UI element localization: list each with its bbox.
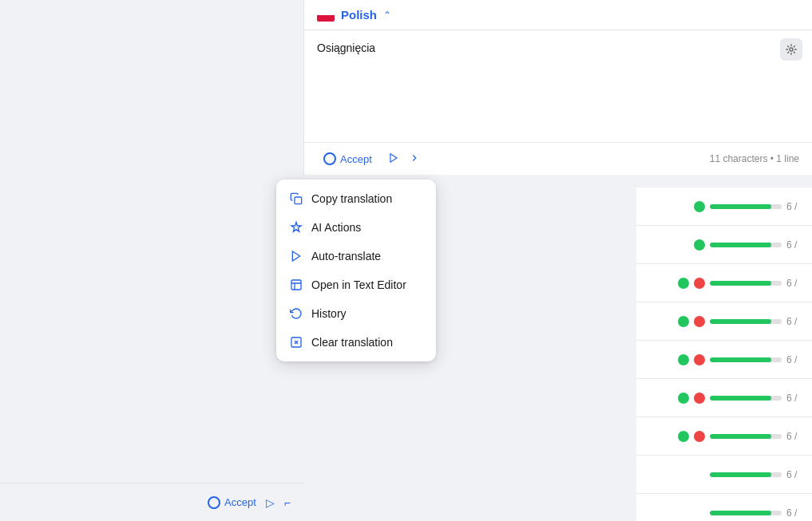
translation-panel: Polish ⌃ Osiągnięcia Accept — [303, 0, 812, 175]
progress-bar — [710, 281, 782, 286]
clear-translation-label: Clear translation — [311, 336, 393, 349]
svg-marker-3 — [292, 251, 299, 261]
auto-translate-icon — [289, 249, 303, 263]
progress-bar — [710, 472, 782, 477]
progress-bar-fill — [710, 319, 771, 324]
progress-bar-fill — [710, 243, 771, 247]
copy-to-clipboard-button[interactable] — [780, 38, 802, 61]
accept-label-left: Accept — [224, 496, 256, 508]
status-dot — [678, 393, 689, 404]
accept-circle — [323, 152, 336, 165]
status-dot — [694, 354, 705, 365]
svg-rect-2 — [295, 197, 302, 204]
language-chevron-icon[interactable]: ⌃ — [383, 10, 391, 21]
status-dot — [694, 393, 705, 404]
status-dot — [678, 431, 689, 442]
menu-item-auto-translate[interactable]: Auto-translate — [276, 242, 436, 270]
context-menu: Copy translation AI Actions Auto-transla… — [276, 180, 436, 361]
progress-bar — [710, 357, 782, 362]
table-row[interactable]: 6 / — [636, 341, 812, 379]
language-name[interactable]: Polish — [341, 8, 377, 22]
progress-bar — [710, 396, 782, 401]
progress-bar — [710, 319, 782, 324]
play-icon-left[interactable]: ▷ — [266, 496, 275, 509]
history-icon — [289, 306, 303, 321]
status-dot — [694, 201, 705, 212]
translation-footer: Accept 11 characters • 1 line — [304, 142, 812, 175]
translation-text: Osiągnięcia — [317, 40, 780, 57]
main-area: Accept ▷ ⌐ Polish ⌃ Osiągnięcia — [0, 0, 812, 521]
flag-bottom — [317, 15, 335, 22]
left-bottom-bar: Accept ▷ ⌐ — [0, 483, 303, 521]
table-row[interactable]: 6 / — [636, 302, 812, 341]
menu-item-ai-actions[interactable]: AI Actions — [276, 213, 436, 242]
progress-bar — [710, 434, 782, 439]
count-label: 6 / — [786, 469, 806, 480]
table-row[interactable]: 6 / — [636, 379, 812, 417]
progress-bar-fill — [710, 357, 771, 362]
status-dot — [678, 354, 689, 365]
count-label: 6 / — [786, 316, 806, 327]
count-label: 6 / — [786, 507, 806, 519]
progress-bar-fill — [710, 281, 771, 286]
accept-button[interactable]: Accept — [317, 149, 378, 168]
history-label: History — [311, 307, 347, 320]
menu-item-copy-translation[interactable]: Copy translation — [276, 184, 436, 213]
progress-bar-fill — [710, 434, 771, 439]
accept-button-left[interactable]: Accept — [208, 496, 256, 509]
footer-left: Accept — [317, 149, 420, 168]
play-icon[interactable] — [388, 152, 399, 166]
status-dot — [678, 316, 689, 327]
rows-container: 6 / 6 / 6 / 6 / 6 / 6 / 6 / 6 / — [636, 187, 812, 521]
menu-icon-left[interactable]: ⌐ — [284, 496, 291, 509]
menu-item-clear-translation[interactable]: Clear translation — [276, 328, 436, 357]
status-dot — [694, 431, 705, 442]
status-dot — [678, 278, 689, 289]
svg-rect-4 — [291, 280, 301, 290]
progress-bar-fill — [710, 396, 771, 401]
table-row[interactable]: 6 / — [636, 187, 812, 226]
table-row[interactable]: 6 / — [636, 456, 812, 494]
accept-circle-left — [208, 496, 220, 509]
auto-translate-label: Auto-translate — [311, 250, 381, 262]
options-icon[interactable] — [409, 152, 420, 166]
translation-text-area[interactable]: Osiągnięcia — [304, 30, 812, 142]
ai-actions-label: AI Actions — [311, 221, 361, 234]
clear-translation-icon — [289, 335, 303, 349]
ai-actions-icon — [289, 220, 303, 235]
accept-label: Accept — [340, 153, 372, 165]
table-row[interactable]: 6 / — [636, 494, 812, 521]
count-label: 6 / — [786, 354, 806, 365]
svg-marker-1 — [390, 153, 397, 162]
count-label: 6 / — [786, 278, 806, 289]
status-dot — [694, 278, 705, 289]
copy-translation-label: Copy translation — [311, 192, 392, 205]
progress-bar-fill — [710, 204, 771, 209]
count-label: 6 / — [786, 431, 806, 442]
progress-bar — [710, 511, 782, 515]
flag-top — [317, 9, 335, 15]
count-label: 6 / — [786, 239, 806, 251]
menu-item-open-text-editor[interactable]: Open in Text Editor — [276, 270, 436, 299]
progress-bar — [710, 204, 782, 209]
menu-item-history[interactable]: History — [276, 299, 436, 328]
count-label: 6 / — [786, 201, 806, 212]
table-row[interactable]: 6 / — [636, 226, 812, 264]
open-text-editor-label: Open in Text Editor — [311, 278, 406, 291]
left-panel: Accept ▷ ⌐ — [0, 0, 303, 521]
progress-bar — [710, 243, 782, 247]
progress-bar-fill — [710, 511, 771, 515]
table-row[interactable]: 6 / — [636, 264, 812, 302]
count-label: 6 / — [786, 393, 806, 404]
copy-translation-icon — [289, 191, 303, 206]
svg-point-0 — [790, 48, 793, 51]
table-row[interactable]: 6 / — [636, 417, 812, 456]
status-dot — [694, 239, 705, 251]
polish-flag — [317, 9, 335, 22]
status-dot — [694, 316, 705, 327]
language-header: Polish ⌃ — [304, 0, 812, 30]
open-text-editor-icon — [289, 278, 303, 292]
progress-bar-fill — [710, 472, 771, 477]
char-count: 11 characters • 1 line — [710, 153, 799, 164]
